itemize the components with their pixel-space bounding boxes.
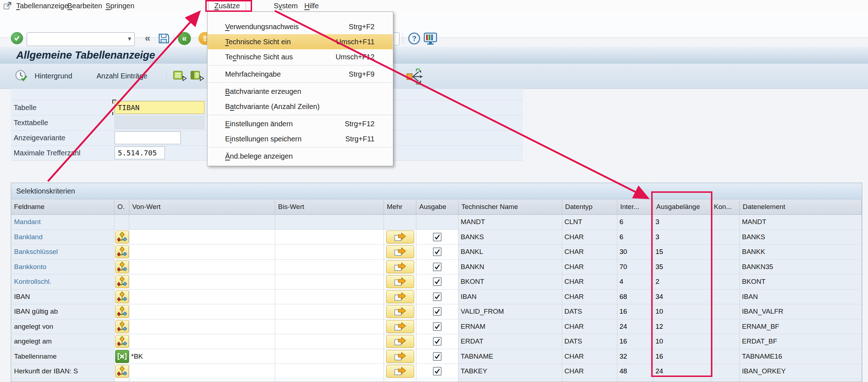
mehr-cell[interactable] [384, 274, 416, 290]
command-field[interactable]: ▼ [27, 32, 135, 46]
mehr-cell[interactable] [384, 349, 416, 364]
mehr-cell[interactable] [384, 245, 416, 260]
menu-item-einstellungen-speichern[interactable]: Einstellungen speichernStrg+F11 [208, 131, 393, 146]
bis-wert-cell[interactable] [275, 364, 384, 379]
ausgabe-cell[interactable] [416, 319, 458, 335]
bis-wert-cell[interactable] [275, 245, 384, 260]
column-header-feldname[interactable]: Feldname [11, 199, 115, 214]
anzeigevariante-field[interactable] [115, 131, 181, 144]
output-checkbox[interactable] [433, 292, 442, 301]
mehr-cell[interactable] [384, 334, 416, 349]
von-wert-cell[interactable] [129, 290, 275, 305]
selection-options-button[interactable] [115, 290, 129, 303]
selection-options-button[interactable] [115, 365, 129, 378]
output-checkbox[interactable] [433, 322, 442, 331]
mehr-cell[interactable] [384, 319, 416, 335]
von-wert-cell[interactable] [129, 274, 275, 290]
output-checkbox[interactable] [433, 307, 442, 316]
multiple-selection-button[interactable] [386, 335, 414, 348]
menu-bearbeiten[interactable]: Bearbeiten [67, 0, 102, 12]
option-cell[interactable] [115, 245, 129, 260]
multiple-selection-button[interactable] [386, 320, 414, 333]
menu-item-mehrfacheingabe[interactable]: MehrfacheingabeStrg+F9 [208, 67, 393, 82]
bis-wert-cell[interactable] [275, 334, 384, 349]
option-cell[interactable] [115, 304, 129, 319]
von-wert-cell[interactable] [129, 319, 275, 335]
selection-options-button[interactable] [115, 275, 129, 288]
back-icon[interactable]: « [178, 32, 191, 45]
menu-item-batchvariante-anzahl-zeilen[interactable]: Batchvariante (Anzahl Zeilen) [208, 99, 393, 114]
selection-options-button[interactable] [115, 260, 129, 273]
output-checkbox[interactable] [433, 367, 442, 376]
ausgabe-cell[interactable] [416, 245, 458, 260]
column-header-inter[interactable]: Inter... [617, 199, 653, 214]
bis-wert-cell[interactable] [275, 230, 384, 245]
command-dropdown-icon[interactable]: ▼ [127, 36, 132, 42]
multiple-selection-button[interactable] [386, 245, 414, 258]
bis-wert-cell[interactable] [275, 349, 384, 364]
column-header-kon[interactable]: Kon... [711, 199, 740, 214]
output-checkbox[interactable] [433, 277, 442, 286]
output-checkbox[interactable] [433, 233, 442, 241]
bis-wert-cell[interactable] [275, 290, 384, 305]
clipped-toolbar-button[interactable] [394, 32, 399, 45]
ausgabe-cell[interactable] [416, 334, 458, 349]
menu-item-nd-belege-anzeigen[interactable]: Änd.belege anzeigen [208, 149, 393, 164]
selection-options-button[interactable] [115, 335, 129, 348]
von-wert-cell[interactable] [129, 230, 275, 245]
help-icon[interactable]: ? [408, 32, 421, 45]
multiple-selection-button[interactable] [386, 275, 414, 288]
multiple-selection-button[interactable] [386, 231, 414, 244]
selection-options-button[interactable] [115, 320, 129, 333]
von-wert-cell[interactable] [129, 334, 275, 349]
bis-wert-cell[interactable] [275, 319, 384, 335]
expand-arrows-icon[interactable] [406, 68, 434, 85]
menu-item-technische-sicht-aus[interactable]: Technische Sicht ausUmsch+F12 [208, 49, 393, 64]
bis-wert-cell[interactable] [275, 260, 384, 275]
output-checkbox[interactable] [433, 352, 442, 361]
mehr-cell[interactable] [384, 260, 416, 275]
fields-list-icon[interactable] [173, 70, 187, 82]
selection-options-button[interactable] [115, 305, 129, 318]
mehr-cell[interactable] [384, 364, 416, 379]
option-cell[interactable] [115, 274, 129, 290]
fields-list-alt-icon[interactable] [190, 70, 205, 82]
hintergrund-button[interactable]: Hintergrund [35, 64, 72, 88]
column-header-ausgabe[interactable]: Ausgabe [416, 199, 458, 214]
column-header-datentyp[interactable]: Datentyp [562, 199, 617, 214]
menu-tabellenanzeige[interactable]: Tabellenanzeige [16, 0, 68, 12]
option-cell[interactable] [115, 260, 129, 275]
option-cell[interactable] [115, 349, 129, 364]
von-wert-cell[interactable] [129, 260, 275, 275]
von-wert-cell[interactable]: *BK [129, 349, 275, 364]
menu-springen[interactable]: Springen [106, 0, 134, 12]
selection-options-button[interactable] [115, 245, 129, 258]
von-wert-cell[interactable] [129, 304, 275, 319]
ausgabe-cell[interactable] [416, 349, 458, 364]
ausgabe-cell[interactable] [416, 230, 458, 245]
multiple-selection-button[interactable] [386, 350, 414, 363]
menu-item-verwendungsnachweis[interactable]: VerwendungsnachweisStrg+F2 [208, 19, 393, 34]
ausgabe-cell[interactable] [416, 304, 458, 319]
output-checkbox[interactable] [433, 247, 442, 256]
display-layout-icon[interactable] [423, 31, 438, 46]
mehr-cell[interactable] [384, 304, 416, 319]
output-checkbox[interactable] [433, 263, 442, 271]
column-header-technischer-name[interactable]: Technischer Name [458, 199, 562, 214]
ausgabe-cell[interactable] [416, 364, 458, 379]
option-cell[interactable] [115, 230, 129, 245]
execute-clock-icon[interactable] [14, 69, 28, 83]
save-icon[interactable] [157, 32, 170, 45]
collapse-chevrons-icon[interactable]: « [145, 32, 151, 45]
mehr-cell[interactable] [384, 290, 416, 305]
multiple-selection-button[interactable] [386, 305, 414, 318]
bis-wert-cell[interactable] [275, 274, 384, 290]
column-header-bis-wert[interactable]: Bis-Wert [275, 199, 384, 214]
menu-hilfe[interactable]: Hilfe [304, 0, 319, 12]
menu-system[interactable]: System [274, 0, 298, 12]
ausgabe-cell[interactable] [416, 260, 458, 275]
menu-zus-tze[interactable]: Zusätze [208, 1, 246, 11]
menu-item-batchvariante-erzeugen[interactable]: Batchvariante erzeugen [208, 84, 393, 99]
ausgabe-cell[interactable] [416, 290, 458, 305]
column-header-mehr[interactable]: Mehr [384, 199, 416, 214]
